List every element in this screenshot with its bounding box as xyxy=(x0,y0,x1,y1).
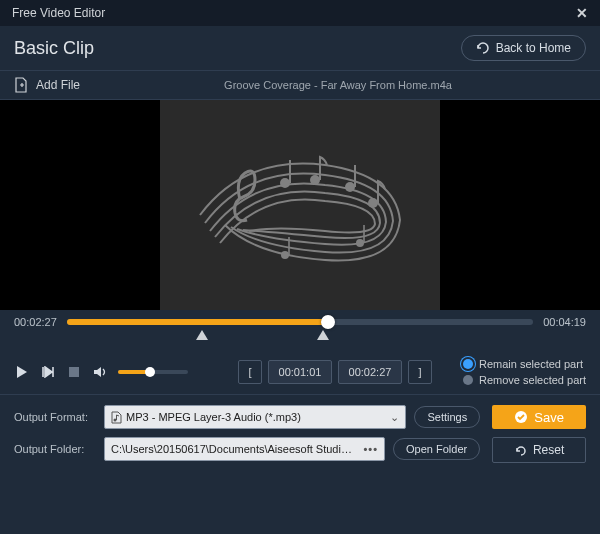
folder-input[interactable]: C:\Users\20150617\Documents\Aiseesoft St… xyxy=(104,437,385,461)
music-notes-icon xyxy=(185,125,415,285)
add-file-icon xyxy=(14,77,28,93)
output-settings: Output Format: MP3 - MPEG Layer-3 Audio … xyxy=(14,405,480,463)
open-folder-button[interactable]: Open Folder xyxy=(393,438,480,460)
seek-thumb[interactable] xyxy=(321,315,335,329)
format-label: Output Format: xyxy=(14,411,96,423)
page-title: Basic Clip xyxy=(14,38,94,59)
back-home-label: Back to Home xyxy=(496,41,571,55)
trim-controls: [ 00:01:01 00:02:27 ] xyxy=(238,360,432,384)
timeline: 00:02:27 00:04:19 xyxy=(0,310,600,350)
remain-radio[interactable]: Remain selected part xyxy=(463,358,586,370)
action-buttons: Save Reset xyxy=(492,405,586,463)
trim-in-handle[interactable] xyxy=(196,330,208,340)
volume-icon[interactable] xyxy=(92,364,108,380)
set-out-button[interactable]: ] xyxy=(408,360,432,384)
svg-point-0 xyxy=(280,178,290,188)
reset-label: Reset xyxy=(533,443,564,457)
selection-options: Remain selected part Remove selected par… xyxy=(463,358,586,386)
add-file-label: Add File xyxy=(36,78,80,92)
preview-canvas[interactable] xyxy=(160,100,440,310)
trim-handles xyxy=(14,330,586,344)
add-file-row: Add File Groove Coverage - Far Away From… xyxy=(0,70,600,100)
total-time: 00:04:19 xyxy=(543,316,586,328)
svg-point-4 xyxy=(356,239,364,247)
step-icon[interactable] xyxy=(40,364,56,380)
playback-controls xyxy=(14,364,188,380)
seek-fill xyxy=(67,319,328,325)
remain-label: Remain selected part xyxy=(479,358,583,370)
folder-label: Output Folder: xyxy=(14,443,96,455)
close-icon[interactable]: ✕ xyxy=(576,5,588,21)
format-select[interactable]: MP3 - MPEG Layer-3 Audio (*.mp3) ⌄ xyxy=(104,405,406,429)
remove-radio[interactable]: Remove selected part xyxy=(463,374,586,386)
controls-row: [ 00:01:01 00:02:27 ] Remain selected pa… xyxy=(0,350,600,394)
seek-track[interactable] xyxy=(67,319,533,325)
browse-icon[interactable]: ••• xyxy=(363,443,378,455)
svg-point-1 xyxy=(310,175,320,185)
volume-thumb[interactable] xyxy=(145,367,155,377)
reset-button[interactable]: Reset xyxy=(492,437,586,463)
current-time: 00:02:27 xyxy=(14,316,57,328)
play-icon[interactable] xyxy=(14,364,30,380)
set-in-button[interactable]: [ xyxy=(238,360,262,384)
svg-point-3 xyxy=(368,198,378,208)
music-file-icon xyxy=(111,411,122,424)
settings-button[interactable]: Settings xyxy=(414,406,480,428)
trim-out-handle[interactable] xyxy=(317,330,329,340)
footer: Output Format: MP3 - MPEG Layer-3 Audio … xyxy=(0,394,600,473)
save-label: Save xyxy=(534,410,564,425)
back-icon xyxy=(476,42,490,54)
volume-slider[interactable] xyxy=(118,370,188,374)
title-bar: Free Video Editor ✕ xyxy=(0,0,600,26)
svg-point-5 xyxy=(281,251,289,259)
chevron-down-icon: ⌄ xyxy=(390,411,399,424)
add-file-button[interactable]: Add File xyxy=(14,77,80,93)
radio-dot-icon xyxy=(463,359,473,369)
back-home-button[interactable]: Back to Home xyxy=(461,35,586,61)
reset-icon xyxy=(514,444,527,457)
radio-dot-icon xyxy=(463,375,473,385)
out-time-field[interactable]: 00:02:27 xyxy=(338,360,402,384)
check-icon xyxy=(514,410,528,424)
svg-rect-6 xyxy=(69,367,79,377)
stop-icon[interactable] xyxy=(66,364,82,380)
preview-area xyxy=(0,100,600,310)
folder-value: C:\Users\20150617\Documents\Aiseesoft St… xyxy=(111,443,358,455)
format-value: MP3 - MPEG Layer-3 Audio (*.mp3) xyxy=(126,411,301,423)
in-time-field[interactable]: 00:01:01 xyxy=(268,360,332,384)
current-file-name: Groove Coverage - Far Away From Home.m4a xyxy=(90,79,586,91)
header: Basic Clip Back to Home xyxy=(0,26,600,70)
svg-point-2 xyxy=(345,182,355,192)
save-button[interactable]: Save xyxy=(492,405,586,429)
remove-label: Remove selected part xyxy=(479,374,586,386)
app-title: Free Video Editor xyxy=(12,6,105,20)
